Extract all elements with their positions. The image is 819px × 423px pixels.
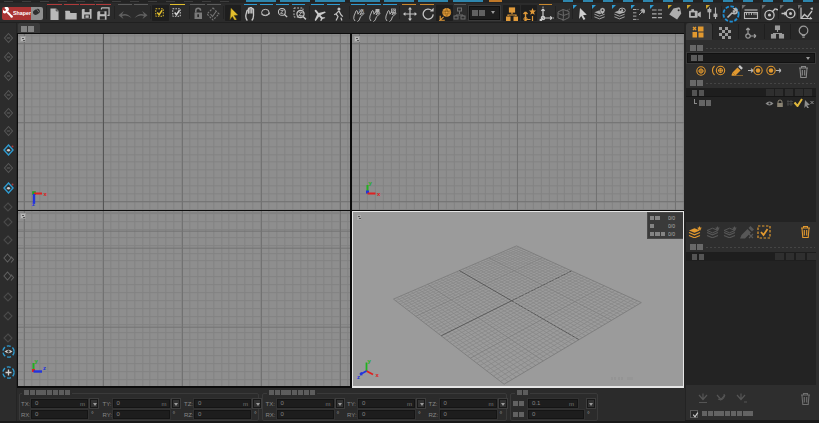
svg-text:y: y (368, 358, 372, 364)
svg-text:y: y (35, 358, 39, 364)
svg-text:z: z (32, 201, 35, 206)
svg-text:z: z (357, 374, 360, 380)
svg-text:z: z (43, 365, 46, 371)
svg-text:y: y (369, 180, 373, 186)
svg-text:x: x (377, 191, 381, 197)
svg-text:vs: vs (359, 7, 365, 13)
svg-text:x: x (376, 372, 380, 378)
svg-text:x: x (44, 191, 48, 197)
